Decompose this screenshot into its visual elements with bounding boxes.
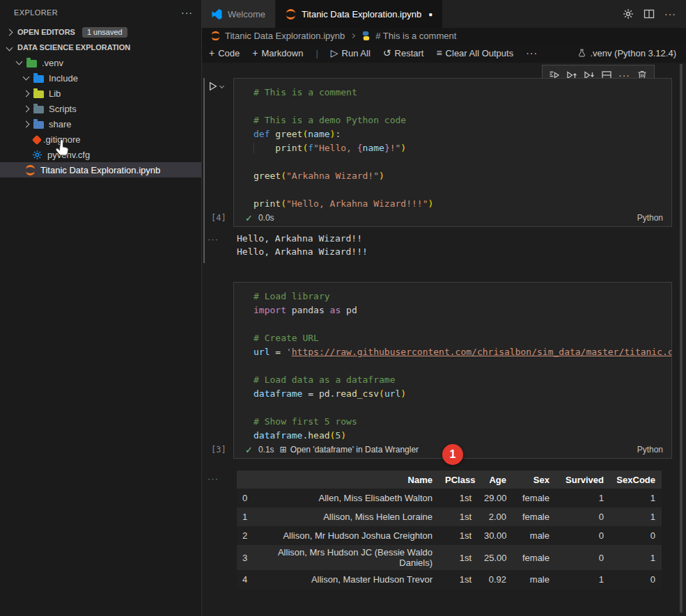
notebook-scrollbar[interactable] — [680, 64, 683, 613]
tab-welcome-label: Welcome — [228, 9, 265, 19]
tree-item-lib[interactable]: Lib — [0, 86, 201, 101]
toolbar-divider: | — [315, 48, 318, 58]
open-editors-section[interactable]: OPEN EDITORS 1 unsaved — [0, 24, 201, 40]
tree-item-gitignore[interactable]: .gitignore — [0, 132, 201, 147]
clear-icon: ≡ — [436, 48, 442, 58]
tree-item-titanic-data-exploration-ipynb[interactable]: Titanic Data Exploration.ipynb — [0, 162, 201, 177]
dataframe-table: NamePClassAgeSexSurvivedSexCode0Allen, M… — [237, 471, 662, 589]
notebook-toolbar: + Code + Markdown | ▷ Run All ↺ Restart … — [202, 43, 686, 63]
plus-icon: + — [252, 48, 258, 58]
code-line: url = 'https://raw.githubusercontent.com… — [254, 345, 671, 359]
open-data-wrangler-link[interactable]: ⊞ Open 'dataframe' in Data Wrangler — [280, 445, 419, 455]
run-icon: ▷ — [331, 48, 338, 58]
kernel-icon — [577, 49, 586, 58]
vscode-window: EXPLORER ··· OPEN EDITORS 1 unsaved DATA… — [0, 0, 686, 616]
tree-item-pyvenv-cfg[interactable]: pyvenv.cfg — [0, 147, 201, 162]
kernel-picker[interactable]: .venv (Python 3.12.4) — [577, 48, 686, 58]
tab-actions: ··· — [623, 0, 686, 28]
table-cell: Name — [260, 473, 439, 487]
python-icon — [361, 31, 371, 41]
workspace-section[interactable]: DATA SCIENCE EXPLORATION — [0, 40, 201, 55]
toolbar-more-icon[interactable]: ··· — [526, 47, 538, 58]
table-cell: male — [513, 528, 556, 543]
code-cell-2[interactable]: # Load libraryimport pandas as pd # Crea… — [233, 282, 672, 459]
share-folder-icon — [33, 121, 44, 129]
table-cell: Allison, Master Hudson Trevor — [260, 572, 439, 587]
modified-dot-icon: ● — [428, 10, 432, 18]
output-line: Hello, Arkahna Wizard!! — [237, 232, 368, 245]
restart-icon: ↺ — [383, 48, 391, 58]
code-line: # This is a comment — [254, 86, 671, 100]
success-check-icon: ✓ — [245, 445, 253, 455]
chevron-right-icon — [23, 120, 30, 127]
split-editor-icon[interactable] — [644, 8, 655, 19]
vscode-icon — [212, 9, 222, 19]
breadcrumb-file[interactable]: Titanic Data Exploration.ipynb — [225, 31, 345, 41]
explorer-title: EXPLORER — [14, 8, 58, 17]
tab-titanic-notebook[interactable]: Titanic Data Exploration.ipynb ● — [276, 0, 442, 28]
table-cell: 0 — [556, 510, 610, 524]
chevron-down-icon — [23, 73, 30, 80]
tab-welcome[interactable]: Welcome — [202, 0, 276, 28]
open-editors-label: OPEN EDITORS — [17, 28, 75, 36]
table-cell: 2.00 — [478, 510, 513, 524]
table-cell: Allen, Miss Elisabeth Walton — [260, 491, 439, 505]
code-line: dataframe.head(5) — [254, 429, 671, 443]
table-cell: female — [513, 510, 556, 524]
code-line — [254, 183, 671, 197]
table-cell — [237, 477, 260, 482]
table-cell: 1 — [610, 551, 662, 565]
code-line: greet("Arkahna Wizard!") — [254, 169, 671, 183]
run-cell-button[interactable] — [208, 81, 224, 91]
restart-button[interactable]: ↺ Restart — [383, 48, 424, 58]
tree-item-label: Titanic Data Exploration.ipynb — [40, 165, 160, 175]
table-cell: 0.92 — [478, 572, 513, 587]
run-all-button[interactable]: ▷ Run All — [331, 48, 371, 58]
gear-icon[interactable] — [623, 8, 634, 19]
table-row: 2Allison, Mr Hudson Joshua Creighton1st3… — [237, 526, 662, 545]
table-cell: 1st — [439, 551, 478, 565]
code-line: # Load data as a dataframe — [254, 373, 671, 387]
code-line: # This is a demo Python code — [254, 113, 671, 127]
explorer-more-icon[interactable]: ··· — [181, 7, 193, 18]
cell-focus-indicator — [203, 78, 205, 263]
add-code-button[interactable]: + Code — [209, 48, 240, 58]
chevron-right-icon — [23, 105, 30, 112]
add-markdown-label: Markdown — [261, 48, 303, 58]
workspace-label: DATA SCIENCE EXPLORATION — [17, 43, 130, 52]
table-cell: 1 — [237, 510, 260, 524]
code-cell-1[interactable]: # This is a comment # This is a demo Pyt… — [233, 78, 672, 227]
scripts-folder-icon — [33, 106, 44, 113]
add-code-label: Code — [218, 48, 240, 58]
include-folder-icon — [33, 75, 44, 83]
output-2-gutter[interactable]: ··· — [208, 473, 219, 484]
tree-item-scripts[interactable]: Scripts — [0, 101, 201, 116]
tree-item-share[interactable]: share — [0, 116, 201, 132]
add-markdown-button[interactable]: + Markdown — [252, 48, 303, 58]
table-cell: SexCode — [610, 473, 662, 487]
tree-item-venv[interactable]: .venv — [0, 55, 201, 70]
success-check-icon: ✓ — [245, 213, 253, 223]
gear-icon — [32, 150, 42, 160]
plus-icon: + — [209, 48, 215, 58]
table-cell: PClass — [439, 473, 478, 487]
code-line: dataframe = pd.read_csv(url) — [254, 387, 671, 401]
jupyter-icon — [25, 165, 36, 175]
more-actions-icon[interactable]: ··· — [664, 8, 676, 19]
output-1-gutter[interactable]: ··· — [208, 234, 219, 244]
tree-item-label: Lib — [49, 88, 61, 99]
chevron-down-icon — [16, 58, 23, 65]
clear-outputs-button[interactable]: ≡ Clear All Outputs — [436, 48, 513, 58]
tree-item-label: .venv — [42, 58, 63, 68]
tree-item-include[interactable]: Include — [0, 70, 201, 86]
cell-1-output: Hello, Arkahna Wizard!!Hello, Arkahna Wi… — [237, 232, 368, 258]
table-row: 3Allison, Mrs Hudson JC (Bessie Waldo Da… — [237, 545, 662, 570]
grid-icon: ⊞ — [280, 445, 287, 455]
table-cell: Allison, Miss Helen Loraine — [260, 510, 439, 524]
explorer-sidebar: EXPLORER ··· OPEN EDITORS 1 unsaved DATA… — [0, 0, 202, 616]
table-cell: 25.00 — [478, 551, 513, 565]
breadcrumb-separator-icon — [350, 33, 355, 38]
chevron-down-icon — [219, 83, 224, 88]
mouse-cursor — [53, 138, 71, 157]
breadcrumb-section[interactable]: # This is a comment — [375, 31, 456, 41]
